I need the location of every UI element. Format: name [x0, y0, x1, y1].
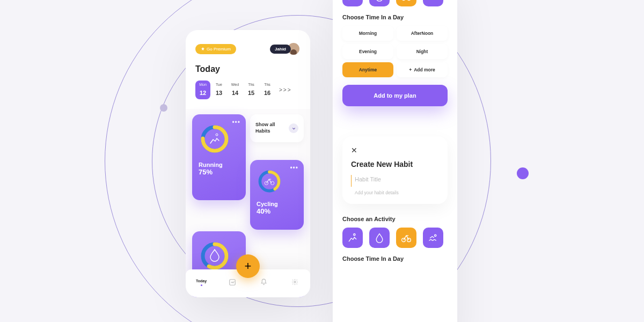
nav-settings[interactable]	[283, 279, 306, 286]
user-name-badge: Jahid	[270, 45, 291, 54]
day-tue[interactable]: Tue13	[211, 80, 226, 99]
nav-notifications[interactable]	[252, 279, 275, 286]
svg-point-10	[294, 281, 295, 283]
chevron-down-icon	[289, 123, 298, 133]
chart-icon	[229, 279, 236, 286]
phone-create-habit: Choose Time In a Day Morning AfterNoon E…	[333, 0, 457, 322]
sheet-title: Create New Habit	[351, 160, 439, 169]
habit-name: Running	[199, 162, 239, 168]
bike-icon	[265, 179, 274, 185]
star-icon	[201, 47, 205, 51]
phone-home: Go Premium Jahid Today Mon12 Tue13 Wed14…	[186, 30, 310, 297]
day-wed[interactable]: Wed14	[228, 80, 243, 99]
more-icon[interactable]: •••	[232, 119, 240, 126]
go-premium-label: Go Premium	[207, 47, 231, 52]
svg-point-12	[402, 0, 406, 1]
drop-icon	[374, 232, 385, 243]
days-more-button[interactable]: >>>	[279, 87, 292, 93]
habit-name: Cycling	[257, 201, 297, 207]
habit-card-running[interactable]: ••• Running 75%	[192, 114, 246, 200]
activity-heading: Choose an Activity	[342, 216, 448, 222]
habit-title-input[interactable]: Habit Title	[351, 175, 439, 187]
habit-percent: 75%	[199, 168, 239, 176]
activity-cycling[interactable]	[396, 0, 416, 6]
activity-swim[interactable]	[423, 228, 443, 248]
time-heading-2: Choose Time In a Day	[342, 255, 448, 262]
gear-icon	[291, 279, 298, 286]
bike-icon	[401, 232, 412, 243]
activity-hydration[interactable]	[369, 0, 390, 6]
page-title: Today	[186, 62, 310, 79]
time-add-more[interactable]: +Add more	[397, 62, 448, 77]
day-mon[interactable]: Mon12	[195, 80, 210, 99]
time-afternoon[interactable]: AfterNoon	[397, 26, 448, 41]
day-fri[interactable]: Ths16	[260, 80, 275, 99]
bottom-nav: Today +	[186, 259, 310, 297]
swim-icon	[428, 232, 438, 243]
bell-icon	[260, 279, 267, 286]
time-evening[interactable]: Evening	[342, 44, 393, 59]
time-night[interactable]: Night	[397, 44, 448, 59]
time-morning[interactable]: Morning	[342, 26, 393, 41]
activity-run[interactable]	[342, 228, 363, 248]
run-icon	[210, 134, 219, 143]
show-all-habits-button[interactable]: Show allHabits	[250, 114, 304, 142]
plus-icon: +	[409, 67, 412, 72]
activity-cycling[interactable]	[396, 228, 416, 248]
activity-hydration[interactable]	[369, 228, 390, 248]
activity-swim[interactable]	[423, 0, 443, 6]
habit-percent: 40%	[257, 207, 297, 215]
bike-icon	[401, 0, 412, 2]
nav-stats[interactable]	[221, 279, 244, 287]
time-anytime[interactable]: Anytime	[342, 62, 393, 77]
activity-row-bottom	[342, 228, 448, 248]
close-icon[interactable]: ✕	[351, 146, 439, 155]
add-button[interactable]: +	[236, 254, 260, 278]
habit-card-cycling[interactable]: ••• Cycling 40%	[250, 160, 304, 230]
add-to-plan-button[interactable]: Add to my plan	[342, 85, 448, 106]
swim-icon	[428, 0, 438, 2]
time-heading: Choose Time In a Day	[342, 14, 448, 20]
run-icon	[347, 232, 358, 243]
more-icon[interactable]: •••	[290, 164, 298, 172]
day-picker: Mon12 Tue13 Wed14 Ths15 Ths16 >>>	[186, 79, 310, 109]
activity-run[interactable]	[342, 0, 363, 6]
svg-point-17	[407, 238, 411, 242]
day-thu[interactable]: Ths15	[244, 80, 259, 99]
drop-icon	[374, 0, 385, 2]
run-icon	[347, 0, 358, 2]
activity-row-top	[342, 0, 448, 6]
plus-icon: +	[245, 259, 252, 273]
svg-point-2	[216, 134, 218, 136]
svg-point-16	[402, 238, 406, 242]
svg-point-18	[435, 235, 436, 236]
svg-point-13	[407, 0, 411, 1]
svg-point-15	[354, 234, 355, 236]
create-habit-sheet: ✕ Create New Habit Habit Title Add your …	[342, 136, 448, 204]
nav-today[interactable]: Today	[189, 279, 213, 286]
go-premium-button[interactable]: Go Premium	[195, 44, 236, 54]
user-chip[interactable]: Jahid	[270, 42, 301, 56]
habit-details-input[interactable]: Add your habit details	[351, 190, 439, 195]
